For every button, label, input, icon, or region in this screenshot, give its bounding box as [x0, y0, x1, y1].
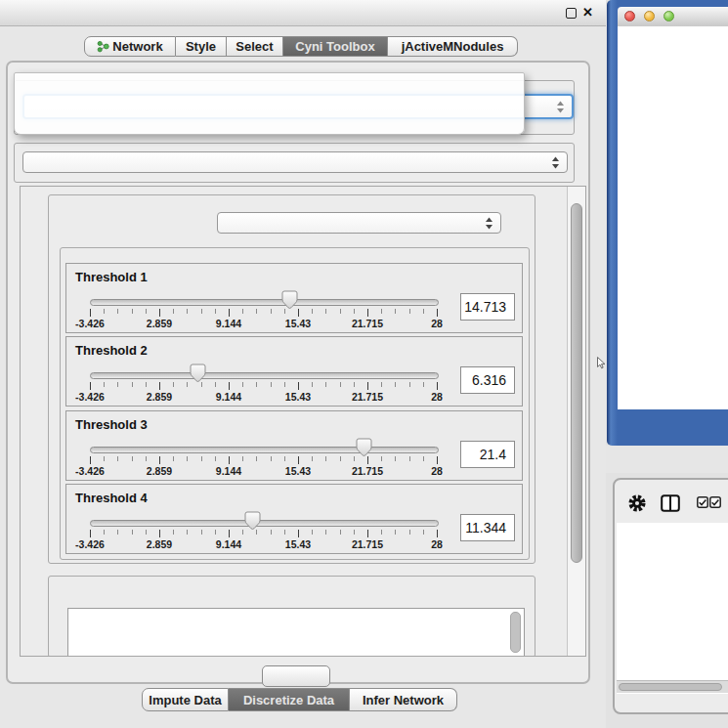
tick-mark	[381, 382, 382, 387]
slider-thumb[interactable]	[244, 511, 261, 531]
tick-mark	[215, 530, 216, 535]
slider-thumb[interactable]	[356, 438, 372, 457]
threshold-value-field[interactable]: 21.4	[460, 441, 515, 468]
tab-style[interactable]: Style	[176, 36, 227, 57]
numerical-attributes-list[interactable]	[67, 608, 525, 657]
node-table[interactable]	[617, 523, 728, 694]
threshold-value-field[interactable]: 14.713	[460, 293, 515, 321]
tick-mark	[367, 382, 368, 390]
tab-label: Discretize Data	[243, 693, 334, 707]
tick-mark	[117, 382, 118, 387]
scrollbar-thumb[interactable]	[571, 203, 582, 563]
checkbox-checked-icon[interactable]	[709, 496, 721, 508]
tick-label: 28	[431, 391, 443, 403]
tick-mark	[284, 382, 285, 387]
slider-thumb[interactable]	[190, 364, 206, 383]
thresholds-group: Threshold 1-3.4262.8599.14415.4321.71528…	[60, 247, 530, 560]
tick-mark	[90, 530, 91, 537]
tick-mark	[354, 456, 355, 461]
tab-infer-network[interactable]: Infer Network	[350, 688, 457, 711]
tick-mark	[187, 382, 188, 387]
threshold-label: Threshold 3	[75, 417, 148, 432]
screenshot: ✕ NetworkStyleSelectCyni ToolboxjActiveM…	[0, 0, 728, 728]
close-traffic-light-icon[interactable]	[624, 11, 635, 21]
tick-mark	[325, 456, 326, 461]
tick-mark	[395, 456, 396, 461]
stepper-arrows-icon	[556, 101, 565, 113]
slider-thumb[interactable]	[281, 290, 298, 310]
tab-cyni-toolbox[interactable]: Cyni Toolbox	[283, 36, 388, 57]
table-panel-titlebar	[606, 446, 728, 473]
tick-label: 9.144	[216, 538, 241, 550]
close-icon[interactable]: ✕	[582, 5, 593, 20]
tick-label: 9.144	[216, 465, 241, 477]
table-data-combobox[interactable]	[22, 151, 568, 173]
table-horizontal-scrollbar[interactable]	[617, 680, 728, 693]
slider-track[interactable]	[90, 372, 439, 379]
vertical-scrollbar[interactable]	[567, 187, 586, 656]
checkbox-checked-icon[interactable]	[697, 496, 708, 508]
tick-label: 21.715	[352, 391, 383, 403]
algorithm-dropdown-popup	[14, 72, 525, 135]
scrollbar-thumb[interactable]	[510, 612, 521, 653]
slider-track[interactable]	[90, 447, 439, 453]
tick-mark	[201, 456, 202, 461]
tick-mark	[173, 382, 174, 387]
tick-label: 9.144	[216, 391, 241, 403]
tab-label: Cyni Toolbox	[295, 39, 374, 54]
tick-label: -3.426	[75, 391, 105, 403]
tick-mark	[104, 530, 105, 535]
tick-label: 2.859	[147, 538, 172, 550]
tab-label: Select	[236, 39, 273, 54]
tab-impute-data[interactable]: Impute Data	[142, 688, 229, 711]
tab-network[interactable]: Network	[84, 36, 176, 57]
tick-mark	[284, 456, 285, 461]
tick-mark	[298, 456, 299, 464]
tick-mark	[354, 530, 355, 535]
zoom-traffic-light-icon[interactable]	[664, 11, 674, 21]
tick-mark	[325, 382, 326, 387]
tick-mark	[437, 456, 438, 464]
tick-mark	[215, 382, 216, 387]
tick-mark	[256, 309, 257, 314]
tick-mark	[104, 382, 105, 387]
slider-track[interactable]	[90, 520, 439, 527]
tab-label: Network	[112, 39, 162, 54]
num-intervals-combobox[interactable]	[217, 212, 501, 234]
tick-label: 15.43	[285, 465, 311, 477]
stepper-arrows-icon	[551, 156, 560, 169]
threshold-value-field[interactable]: 6.316	[460, 366, 515, 394]
threshold-value-field[interactable]: 11.344	[460, 514, 515, 541]
tick-label: 2.859	[147, 465, 172, 477]
tick-mark	[201, 309, 202, 314]
tick-mark	[90, 382, 91, 390]
gear-icon[interactable]	[628, 494, 646, 512]
tab-select[interactable]: Select	[227, 36, 283, 57]
tick-mark	[298, 382, 299, 390]
tab-jactivemnodules[interactable]: jActiveMNodules	[388, 36, 518, 57]
apply-button[interactable]	[262, 665, 330, 687]
threshold-label: Threshold 4	[75, 491, 148, 505]
network-canvas[interactable]	[618, 26, 728, 409]
tick-mark	[256, 382, 257, 387]
tick-mark	[242, 456, 243, 461]
tick-mark	[159, 456, 160, 464]
tick-mark	[173, 309, 174, 314]
slider-track[interactable]	[90, 299, 439, 306]
tick-mark	[325, 309, 326, 314]
tick-mark	[132, 530, 133, 535]
float-window-icon[interactable]	[566, 8, 577, 19]
tick-label: 15.43	[285, 391, 311, 403]
tick-mark	[229, 382, 230, 390]
tick-mark	[215, 456, 216, 461]
tick-mark	[146, 309, 147, 314]
network-window-titlebar[interactable]	[618, 7, 728, 27]
scrollbar-thumb[interactable]	[619, 683, 722, 691]
tab-discretize-data[interactable]: Discretize Data	[229, 688, 350, 711]
tick-label: 28	[431, 465, 443, 477]
tick-mark	[173, 456, 174, 461]
split-columns-icon[interactable]	[661, 494, 680, 512]
minimize-traffic-light-icon[interactable]	[644, 11, 655, 21]
tab-label: Impute Data	[149, 693, 221, 707]
tick-label: 2.859	[147, 391, 172, 403]
